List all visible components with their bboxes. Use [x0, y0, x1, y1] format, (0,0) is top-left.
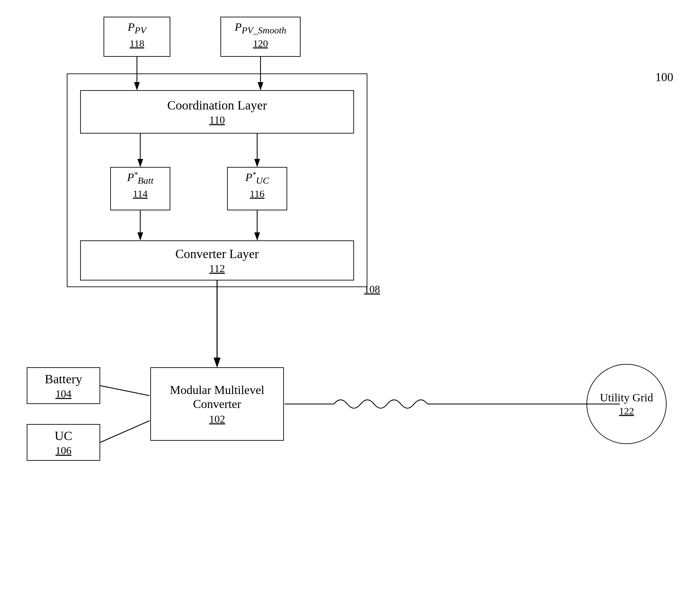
mmc-title2: Converter [193, 397, 241, 411]
mmc-ref: 102 [209, 413, 225, 425]
ppv-smooth-label: PPV_Smooth [228, 21, 293, 36]
ppv-smooth-box: PPV_Smooth 120 [220, 17, 301, 57]
battery-ref: 104 [55, 388, 72, 400]
mmc-box: Modular Multilevel Converter 102 [150, 367, 284, 441]
ppv-label: PPV [111, 21, 163, 36]
mmc-title: Modular Multilevel [170, 383, 265, 397]
diagram-container: 100 PPV 118 PPV_Smooth 120 108 Coordinat… [0, 0, 700, 604]
ref-100-label: 100 [655, 70, 673, 84]
ppv-smooth-ref: 120 [228, 38, 293, 49]
conv-layer-ref: 112 [209, 262, 225, 275]
utility-grid: Utility Grid 122 [586, 364, 667, 444]
pbatt-label: P*Batt [116, 170, 164, 186]
svg-line-8 [100, 386, 150, 396]
utility-title: Utility Grid [600, 391, 653, 404]
uc-title: UC [55, 428, 73, 443]
converter-layer: Converter Layer 112 [80, 241, 354, 280]
uc-ref: 106 [55, 445, 72, 457]
ppv-box: PPV 118 [103, 17, 170, 57]
ref-108-label: 108 [364, 283, 380, 296]
puc-label: P*UC [233, 170, 281, 186]
utility-ref: 122 [619, 405, 634, 417]
pbatt-box: P*Batt 114 [110, 167, 170, 210]
puc-ref: 116 [233, 188, 281, 199]
puc-box: P*UC 116 [227, 167, 287, 210]
coord-layer-title: Coordination Layer [167, 98, 267, 112]
battery-title: Battery [45, 372, 82, 386]
ppv-ref: 118 [111, 38, 163, 49]
conv-layer-title: Converter Layer [175, 246, 259, 261]
coord-layer-ref: 110 [209, 114, 225, 126]
uc-box: UC 106 [27, 424, 100, 461]
battery-box: Battery 104 [27, 367, 100, 404]
pbatt-ref: 114 [116, 188, 164, 199]
svg-line-9 [100, 421, 150, 443]
coordination-layer: Coordination Layer 110 [80, 90, 354, 133]
